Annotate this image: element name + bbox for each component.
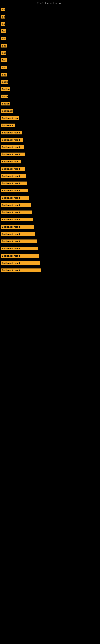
list-item: Bott (1, 58, 99, 62)
list-item: Bottleneck resu (1, 116, 99, 120)
bottleneck-result-label: Bottleneck (1, 109, 13, 113)
bottleneck-result-label: Bottle (1, 94, 8, 98)
list-item: Bottleneck result (1, 268, 99, 272)
bottleneck-result-label: Bottleneck r (1, 124, 15, 127)
list-item: Bottlen (1, 102, 99, 106)
bottleneck-result-label: Bott (1, 66, 7, 69)
bottleneck-result-label: Bottleneck result (1, 210, 32, 214)
list-item: Bo (1, 8, 99, 11)
bottleneck-result-label: Bottleneck result (1, 145, 24, 149)
bottleneck-result-label: Bottleneck result (1, 268, 41, 272)
list-item: Bottleneck resu (1, 160, 99, 164)
bottleneck-result-label: Bottleneck result (1, 167, 25, 171)
bottleneck-result-label: Bot (1, 51, 6, 55)
list-item: Bottle (1, 80, 99, 84)
bottleneck-result-label: Bottlen (1, 87, 10, 91)
list-item: Bottle (1, 94, 99, 98)
list-item: Bottleneck result (1, 210, 99, 214)
list-item: Bott (1, 44, 99, 48)
list-item: Bottleneck result (1, 189, 99, 192)
items-container: BoBoBoBotBotBottBotBottBottBottBottleBot… (0, 6, 100, 278)
bottleneck-result-label: Bottleneck result (1, 232, 35, 236)
list-item: Bot (1, 51, 99, 55)
bottleneck-result-label: Bot (1, 37, 6, 40)
bottleneck-result-label: Bottleneck result (1, 240, 37, 243)
list-item: Bottleneck result (1, 240, 99, 243)
bottleneck-result-label: Bott (1, 44, 7, 48)
bottleneck-result-label: Bottleneck result (1, 131, 22, 134)
bottleneck-result-label: Bottleneck resu (1, 116, 19, 120)
list-item: Bottleneck result (1, 254, 99, 258)
bottleneck-result-label: Bottleneck result (1, 174, 26, 178)
site-title: TheBottlenecker.com (0, 0, 100, 6)
list-item: Bot (1, 37, 99, 40)
bottleneck-result-label: Bottleneck result (1, 203, 31, 207)
bottleneck-result-label: Bottleneck result (1, 261, 40, 265)
list-item: Bottleneck result (1, 138, 99, 142)
bottleneck-result-label: Bo (1, 22, 4, 26)
list-item: Bottleneck result (1, 218, 99, 222)
bottleneck-result-label: Bottleneck resu (1, 160, 21, 164)
bottleneck-result-label: Bottleneck result (1, 189, 28, 192)
list-item: Bottleneck result (1, 145, 99, 149)
bottleneck-result-label: Bottleneck result (1, 152, 25, 156)
list-item: Bottleneck result (1, 174, 99, 178)
list-item: Bottleneck result (1, 196, 99, 200)
list-item: Bottleneck (1, 109, 99, 113)
bottleneck-result-label: Bot (1, 30, 6, 33)
bottleneck-result-label: Bottleneck result (1, 182, 27, 185)
list-item: Bottleneck result (1, 261, 99, 265)
bottleneck-result-label: Bott (1, 58, 7, 62)
list-item: Bottleneck result (1, 152, 99, 156)
bottleneck-result-label: Bottle (1, 80, 8, 84)
list-item: Bottleneck result (1, 131, 99, 134)
bottleneck-result-label: Bottleneck result (1, 218, 33, 222)
bottleneck-result-label: Bo (1, 8, 4, 11)
bottleneck-result-label: Bott (1, 73, 7, 76)
list-item: Bottleneck result (1, 232, 99, 236)
list-item: Bo (1, 22, 99, 26)
list-item: Bott (1, 66, 99, 69)
list-item: Bottleneck result (1, 167, 99, 171)
list-item: Bot (1, 30, 99, 33)
bottleneck-result-label: Bo (1, 15, 4, 18)
bottleneck-result-label: Bottleneck result (1, 138, 23, 142)
list-item: Bo (1, 15, 99, 18)
list-item: Bott (1, 73, 99, 76)
bottleneck-result-label: Bottleneck result (1, 254, 39, 258)
bottleneck-result-label: Bottleneck result (1, 196, 29, 200)
bottleneck-result-label: Bottleneck result (1, 247, 38, 250)
list-item: Bottleneck result (1, 225, 99, 228)
list-item: Bottlen (1, 87, 99, 91)
list-item: Bottleneck result (1, 182, 99, 185)
list-item: Bottleneck result (1, 203, 99, 207)
list-item: Bottleneck r (1, 124, 99, 127)
bottleneck-result-label: Bottlen (1, 102, 10, 106)
list-item: Bottleneck result (1, 247, 99, 250)
bottleneck-result-label: Bottleneck result (1, 225, 34, 228)
